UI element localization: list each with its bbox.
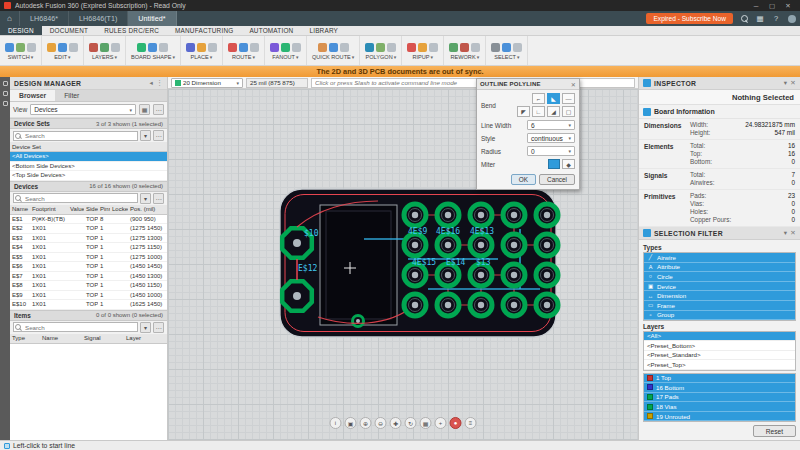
document-tab[interactable]: LH6846(T1) (69, 11, 128, 26)
view-button[interactable]: ✚ (390, 417, 402, 429)
tool-icon[interactable] (47, 43, 56, 52)
tool-icon[interactable] (89, 43, 98, 52)
layer-filter-row[interactable]: 18 Vias (644, 402, 795, 412)
tool-icon[interactable] (449, 43, 458, 52)
tool-icon[interactable] (270, 43, 279, 52)
view-button[interactable]: ↻ (405, 417, 417, 429)
tool-icon[interactable] (318, 43, 327, 52)
devices-header[interactable]: Devices 16 of 16 shown (0 selected) (10, 181, 167, 192)
ribbon-menu-item[interactable]: MANUFACTURING (167, 26, 241, 35)
device-set-row[interactable]: <Bottom Side Devices> (10, 162, 167, 172)
panel-dropdown-icon[interactable]: ▾ (784, 229, 788, 237)
tool-icon[interactable] (69, 43, 78, 52)
collapse-panel-icon[interactable]: ◂ (150, 79, 154, 87)
view-button[interactable]: ⊖ (375, 417, 387, 429)
home-icon[interactable]: ⌂ (0, 11, 20, 26)
tool-icon[interactable] (58, 43, 67, 52)
close-icon[interactable]: ✕ (571, 81, 576, 88)
bend-style-button[interactable]: ◣ (547, 93, 560, 104)
device-row[interactable]: E$10 1X01 TOP 1 (1625 1450) (10, 300, 167, 310)
view-button[interactable]: ▣ (345, 417, 357, 429)
ribbon-menu-item[interactable]: DOCUMENT (42, 26, 97, 35)
document-tab[interactable]: LH6846* (20, 11, 69, 26)
dock-tool-icon[interactable] (3, 81, 8, 86)
ribbon-group[interactable]: REWORK ▾ (444, 36, 486, 65)
tool-icon[interactable] (186, 43, 195, 52)
tool-icon[interactable] (513, 43, 522, 52)
device-sets-search-input[interactable] (13, 131, 138, 141)
document-tab[interactable]: Untitled* (128, 11, 176, 26)
filter-dropdown-button[interactable]: ▾ (140, 193, 151, 204)
dock-tool-icon[interactable] (3, 101, 8, 106)
tool-icon[interactable] (228, 43, 237, 52)
layer-preset-row[interactable]: <All> (644, 332, 795, 342)
expired-subscribe-button[interactable]: Expired - Subscribe Now (646, 13, 733, 24)
type-filter-row[interactable]: A Attribute (644, 263, 795, 273)
devices-search-input[interactable] (13, 193, 138, 203)
bend-style-button[interactable]: ▢ (562, 106, 575, 117)
bend-style-button[interactable]: — (562, 93, 575, 104)
ribbon-group[interactable]: ROUTE ▾ (223, 36, 265, 65)
more-options-button[interactable]: ⋯ (153, 130, 164, 141)
view-button[interactable]: ▦ (420, 417, 432, 429)
tool-icon[interactable] (148, 43, 157, 52)
miter-color-swatch[interactable] (548, 159, 560, 169)
view-button[interactable]: i (330, 417, 342, 429)
ribbon-menu-item[interactable]: RULES DRC/ERC (96, 26, 167, 35)
tool-icon[interactable] (292, 43, 301, 52)
pin-view-button[interactable]: ▦ (139, 104, 150, 115)
close-icon[interactable]: ✕ (790, 229, 796, 237)
close-icon[interactable]: ✕ (790, 79, 796, 87)
tool-icon[interactable] (387, 43, 396, 52)
maximize-button[interactable]: ▢ (764, 2, 780, 10)
device-row[interactable]: E$9 1X01 TOP 1 (1450 1000) (10, 291, 167, 301)
tool-icon[interactable] (329, 43, 338, 52)
ribbon-group[interactable]: EDIT ▾ (42, 36, 84, 65)
ribbon-menu-item[interactable]: LIBRARY (301, 26, 346, 35)
tool-icon[interactable] (197, 43, 206, 52)
view-select[interactable]: Devices ▾ (30, 104, 136, 115)
ribbon-group[interactable]: QUICK ROUTE ▾ (307, 36, 360, 65)
filter-dropdown-button[interactable]: ▾ (140, 130, 151, 141)
layer-preset-row[interactable]: <Preset_Bottom> (644, 341, 795, 351)
type-filter-row[interactable]: ▣ Device (644, 282, 795, 292)
tool-icon[interactable] (376, 43, 385, 52)
view-button[interactable]: ⊕ (360, 417, 372, 429)
ribbon-group[interactable]: SELECT ▾ (486, 36, 528, 65)
filter-dropdown-button[interactable]: ▾ (140, 322, 151, 333)
line-width-select[interactable]: 6 ▾ (527, 120, 575, 130)
device-row[interactable]: E$5 1X01 TOP 1 (1275 1000) (10, 253, 167, 263)
tool-icon[interactable] (239, 43, 248, 52)
miter-style-button[interactable]: ◆ (562, 159, 575, 169)
device-set-row[interactable]: <Top Side Devices> (10, 171, 167, 181)
view-button[interactable]: ≡ (465, 417, 477, 429)
device-row[interactable]: E$8 1X01 TOP 1 (1450 1150) (10, 281, 167, 291)
tool-icon[interactable] (281, 43, 290, 52)
tool-icon[interactable] (460, 43, 469, 52)
ribbon-menu-item[interactable]: AUTOMATION (241, 26, 301, 35)
tool-icon[interactable] (491, 43, 500, 52)
device-row[interactable]: E$3 1X01 TOP 1 (1275 1300) (10, 234, 167, 244)
command-line-input[interactable] (311, 78, 635, 88)
items-search-input[interactable] (13, 322, 138, 332)
type-filter-row[interactable]: ╱ Airwire (644, 253, 795, 263)
tool-icon[interactable] (502, 43, 511, 52)
cancel-button[interactable]: Cancel (539, 174, 575, 185)
items-column-headers[interactable]: Type Name Signal Layer (10, 334, 167, 344)
layer-filter-row[interactable]: 17 Pads (644, 393, 795, 403)
tool-icon[interactable] (365, 43, 374, 52)
panel-overflow-icon[interactable]: ⋮ (156, 79, 163, 87)
more-options-button[interactable]: ⋯ (153, 193, 164, 204)
ribbon-group[interactable]: POLYGON ▾ (360, 36, 402, 65)
panel-tab[interactable]: Filter (55, 90, 88, 101)
tool-icon[interactable] (471, 43, 480, 52)
bend-style-button[interactable]: ⌐ (532, 93, 545, 104)
ribbon-group[interactable]: RIPUP ▾ (402, 36, 444, 65)
view-button[interactable]: ● (450, 417, 462, 429)
tool-icon[interactable] (100, 43, 109, 52)
tool-icon[interactable] (137, 43, 146, 52)
ok-button[interactable]: OK (511, 174, 536, 185)
search-icon[interactable] (736, 11, 752, 26)
layer-preset-row[interactable]: <Preset_Top> (644, 360, 795, 370)
bend-style-button[interactable]: ◢ (547, 106, 560, 117)
